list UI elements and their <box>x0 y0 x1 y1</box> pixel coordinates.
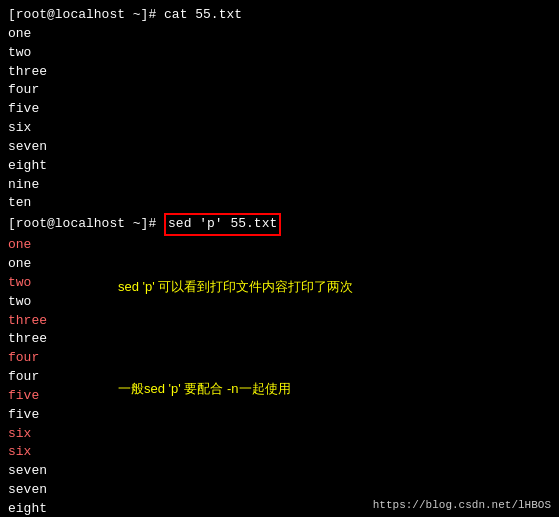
output-one: one <box>8 25 551 44</box>
sed-out-4: two <box>8 293 98 312</box>
sed-out-6: three <box>8 330 98 349</box>
annotation1: sed 'p' 可以看到打印文件内容打印了两次 <box>118 278 551 297</box>
output-eight: eight <box>8 157 551 176</box>
sed-out-5: three <box>8 312 98 331</box>
sed-out-3: two <box>8 274 98 293</box>
output-six: six <box>8 119 551 138</box>
sed-command-line: [root@localhost ~]# sed 'p' 55.txt <box>8 213 551 236</box>
sed-out-9: five <box>8 387 98 406</box>
sed-out-13: seven <box>8 462 98 481</box>
prompt-before: [root@localhost ~]# <box>8 216 164 231</box>
prompt-text: [root@localhost ~]# cat 55.txt <box>8 7 242 22</box>
output-four: four <box>8 81 551 100</box>
sed-out-8: four <box>8 368 98 387</box>
sed-out-12: six <box>8 443 98 462</box>
output-two: two <box>8 44 551 63</box>
watermark: https://blog.csdn.net/lHBOS <box>373 499 551 511</box>
terminal: [root@localhost ~]# cat 55.txt one two t… <box>0 0 559 517</box>
sed-out-11: six <box>8 425 98 444</box>
sed-out-1: one <box>8 236 98 255</box>
sed-output-section: one one two two three three four four fi… <box>8 236 551 517</box>
sed-out-15: eight <box>8 500 98 517</box>
cat-command-line: [root@localhost ~]# cat 55.txt <box>8 6 551 25</box>
annotations-column: sed 'p' 可以看到打印文件内容打印了两次 一般sed 'p' 要配合 -n… <box>98 236 551 517</box>
sed-output-lines: one one two two three three four four fi… <box>8 236 98 517</box>
output-nine: nine <box>8 176 551 195</box>
sed-out-10: five <box>8 406 98 425</box>
output-five: five <box>8 100 551 119</box>
output-ten: ten <box>8 194 551 213</box>
sed-out-7: four <box>8 349 98 368</box>
output-seven: seven <box>8 138 551 157</box>
output-three: three <box>8 63 551 82</box>
sed-out-14: seven <box>8 481 98 500</box>
sed-out-2: one <box>8 255 98 274</box>
sed-command-box: sed 'p' 55.txt <box>164 213 281 236</box>
annotation2: 一般sed 'p' 要配合 -n一起使用 <box>118 380 551 399</box>
